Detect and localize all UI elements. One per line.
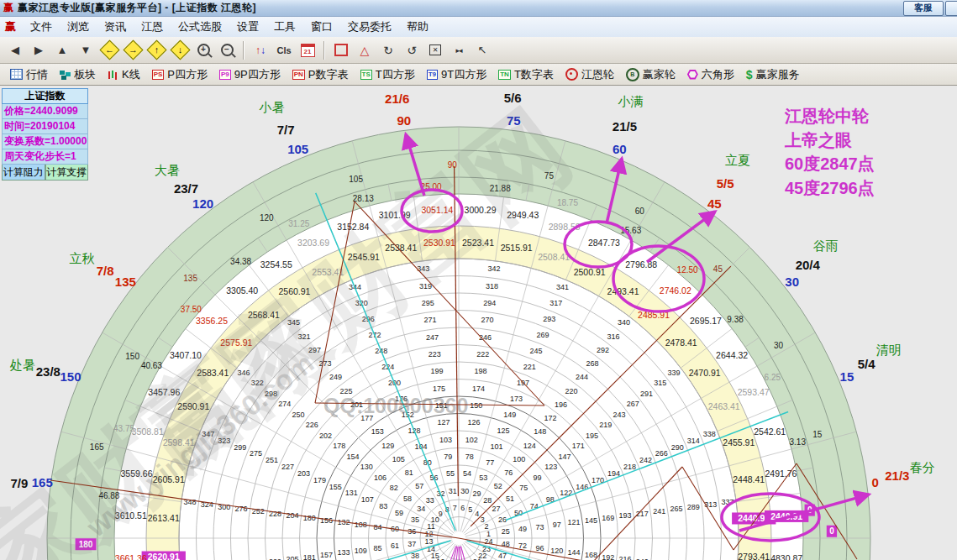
integer-cell: 181: [303, 553, 316, 560]
triangle-tool-icon: △: [360, 44, 370, 57]
menu-item-9[interactable]: 帮助: [399, 18, 436, 34]
integer-cell: 314: [687, 437, 700, 445]
square-tool-button[interactable]: [330, 39, 352, 61]
tool-item-六角形[interactable]: 六角形: [682, 65, 741, 85]
down-icon: ▼: [81, 44, 92, 56]
outer-date-label: 5/4: [858, 357, 876, 371]
integer-cell: 219: [599, 421, 612, 429]
menu-item-8[interactable]: 交易委托: [340, 18, 399, 34]
zoom-in-button[interactable]: +: [192, 39, 214, 61]
rotate-cw-button[interactable]: ↻: [377, 39, 399, 61]
up-button[interactable]: ▲: [51, 39, 73, 61]
tool-item-赢家轮[interactable]: B赢家轮: [621, 65, 682, 85]
integer-cell: 175: [433, 385, 445, 393]
inner-price-value: 2448.41: [733, 474, 765, 484]
tool-item-K线[interactable]: K线: [103, 65, 147, 85]
outer-date-label: 23/8: [36, 364, 60, 379]
tool-item-P数字表[interactable]: PNP数字表: [287, 65, 355, 85]
pan-right-icon: →: [123, 39, 143, 60]
tool-item-行情[interactable]: 行情: [5, 65, 55, 85]
tool-item-江恩轮[interactable]: 江恩轮: [560, 65, 621, 85]
menu-item-0[interactable]: 文件: [23, 18, 60, 34]
triangle-tool-button[interactable]: △: [354, 39, 376, 61]
pointer-button[interactable]: ↖: [471, 39, 493, 61]
tool-item-赢家服务[interactable]: $赢家服务: [741, 65, 807, 85]
outer-date-label: 7/8: [97, 264, 114, 278]
integer-cell: 341: [556, 283, 569, 291]
tool-item-T四方形[interactable]: TST四方形: [355, 65, 422, 85]
clipped-titlebar-button[interactable]: [945, 1, 957, 16]
integer-cell: 155: [329, 483, 342, 491]
integer-cell: 241: [653, 507, 665, 516]
integer-cell: 53: [479, 474, 487, 482]
integer-cell: 291: [640, 390, 653, 398]
info-row-0: 价格=2440.9099: [2, 104, 88, 119]
forward-button[interactable]: ▶: [28, 39, 50, 61]
integer-cell: 270: [481, 316, 494, 324]
solar-term-label: 立秋: [69, 251, 94, 265]
outer-degree-label: 120: [192, 196, 213, 211]
pan-right-button[interactable]: →: [122, 39, 144, 61]
menu-item-6[interactable]: 工具: [266, 18, 303, 34]
integer-cell: 2: [485, 522, 489, 531]
integer-cell: 122: [560, 489, 572, 497]
back-button[interactable]: ◀: [4, 39, 26, 61]
tool-item-9T四方形[interactable]: T99T四方形: [422, 65, 494, 85]
integer-cell: 271: [423, 316, 436, 324]
tool-item-T数字表[interactable]: TNT数字表: [493, 65, 560, 85]
calendar-button[interactable]: 21: [297, 39, 318, 61]
updown-button[interactable]: ↑↓: [250, 39, 271, 61]
menu-item-5[interactable]: 设置: [229, 18, 266, 34]
outer-price-value: 2847.73: [588, 238, 620, 248]
collapse-button[interactable]: ▸◂: [448, 39, 470, 61]
integer-cell: 107: [361, 495, 374, 504]
calc-support-button[interactable]: 计算支撑: [45, 165, 89, 181]
outer-degree-label: 60: [613, 142, 627, 156]
calc-resistance-button[interactable]: 计算阻力: [2, 165, 45, 181]
integer-cell: 54: [463, 469, 471, 478]
zoom-out-button[interactable]: −: [216, 39, 238, 61]
annotation-line-0: 江恩轮中轮: [784, 107, 870, 125]
pan-left-button[interactable]: ←: [98, 39, 120, 61]
integer-cell: 131: [345, 489, 358, 497]
menu-item-3[interactable]: 江恩: [134, 18, 171, 34]
integer-cell: 339: [668, 369, 681, 377]
down-button[interactable]: ▼: [75, 39, 97, 61]
support-button[interactable]: 客服: [903, 1, 944, 16]
outer-degree-label: 15: [840, 369, 854, 384]
menu-bar: 赢 文件浏览资讯江恩公式选股设置工具窗口交易委托帮助: [0, 17, 957, 38]
tool-item-9P四方形[interactable]: P99P四方形: [214, 65, 287, 85]
gann-wheel-canvas[interactable]: 1234567891011121314151617181920212223242…: [0, 86, 957, 560]
menu-item-4[interactable]: 公式选股: [171, 18, 229, 34]
inner-price-value: 2500.91: [574, 267, 606, 277]
rotate-ccw-icon: ↺: [407, 44, 417, 57]
cls-button[interactable]: Cls: [273, 39, 295, 61]
integer-cell: 30: [460, 487, 469, 495]
integer-cell: 338: [703, 430, 716, 438]
pan-down-button[interactable]: ↓: [169, 39, 191, 61]
rotate-ccw-button[interactable]: ↺: [401, 39, 423, 61]
menu-item-2[interactable]: 资讯: [97, 18, 134, 34]
close-box-button[interactable]: ✕: [424, 39, 446, 61]
inner-price-value: 2463.41: [708, 401, 740, 411]
pan-up-icon: ↑: [146, 39, 166, 60]
integer-cell: 79: [444, 453, 452, 461]
letter-icon: TN: [498, 70, 511, 80]
integer-cell: 275: [250, 449, 262, 458]
degree-value: 120: [260, 213, 274, 222]
inner-price-value: 2493.41: [607, 286, 639, 296]
menu-item-1[interactable]: 浏览: [60, 18, 97, 34]
integer-cell: 101: [491, 442, 503, 451]
percent-value: 34.38: [230, 257, 251, 266]
integer-cell: 7: [453, 504, 457, 512]
integer-cell: 52: [494, 482, 502, 490]
pan-up-button[interactable]: ↑: [145, 39, 167, 61]
tool-item-板块[interactable]: 板块: [55, 65, 103, 85]
menu-item-7[interactable]: 窗口: [303, 18, 340, 34]
integer-cell: 276: [234, 505, 247, 513]
integer-cell: 144: [568, 548, 581, 557]
integer-cell: 129: [381, 442, 394, 450]
integer-cell: 59: [395, 509, 403, 517]
zoom-in-icon: +: [197, 44, 210, 56]
tool-item-P四方形[interactable]: PSP四方形: [147, 65, 214, 85]
